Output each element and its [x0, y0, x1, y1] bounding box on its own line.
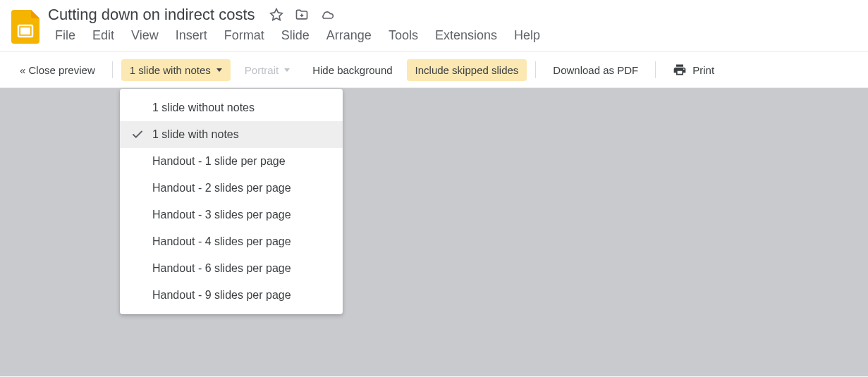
- menu-extensions[interactable]: Extensions: [428, 25, 504, 46]
- print-button[interactable]: Print: [664, 58, 723, 82]
- include-skipped-button[interactable]: Include skipped slides: [407, 59, 527, 81]
- check-icon: [131, 128, 152, 141]
- print-icon: [673, 63, 687, 77]
- layout-dropdown[interactable]: 1 slide with notes: [121, 59, 231, 81]
- layout-option[interactable]: Handout - 1 slide per page: [120, 148, 343, 175]
- chevron-down-icon: [284, 68, 290, 72]
- layout-option-label: Handout - 1 slide per page: [152, 155, 286, 168]
- chevron-down-icon: [216, 68, 222, 72]
- print-button-label: Print: [692, 64, 714, 76]
- divider: [655, 61, 656, 78]
- layout-option-label: 1 slide with notes: [152, 128, 239, 141]
- layout-option[interactable]: 1 slide with notes: [120, 121, 343, 148]
- star-icon[interactable]: [269, 8, 283, 22]
- menu-view[interactable]: View: [124, 25, 166, 46]
- layout-option-label: Handout - 9 slides per page: [152, 289, 291, 302]
- layout-option[interactable]: 1 slide without notes: [120, 94, 343, 121]
- document-title[interactable]: Cutting down on indirect costs: [48, 6, 255, 24]
- svg-rect-1: [20, 27, 30, 35]
- menu-tools[interactable]: Tools: [381, 25, 425, 46]
- menu-insert[interactable]: Insert: [169, 25, 214, 46]
- title-icons: [269, 8, 334, 22]
- layout-option-label: Handout - 6 slides per page: [152, 262, 291, 275]
- menu-edit[interactable]: Edit: [85, 25, 121, 46]
- download-pdf-button[interactable]: Download as PDF: [544, 59, 647, 81]
- divider: [535, 61, 536, 78]
- layout-option[interactable]: Handout - 9 slides per page: [120, 282, 343, 309]
- layout-dropdown-label: 1 slide with notes: [130, 64, 211, 76]
- layout-option-label: Handout - 3 slides per page: [152, 209, 291, 221]
- hide-background-button[interactable]: Hide background: [304, 59, 401, 81]
- cloud-status-icon[interactable]: [320, 8, 334, 22]
- divider: [112, 61, 113, 78]
- header-content: Cutting down on indirect costs File Edit…: [48, 6, 857, 51]
- orientation-dropdown[interactable]: Portrait: [236, 59, 298, 81]
- menu-slide[interactable]: Slide: [274, 25, 317, 46]
- layout-dropdown-menu: 1 slide without notes1 slide with notesH…: [120, 89, 343, 314]
- layout-option[interactable]: Handout - 4 slides per page: [120, 228, 343, 255]
- title-row: Cutting down on indirect costs: [48, 6, 857, 24]
- layout-option-label: 1 slide without notes: [152, 101, 255, 114]
- header: Cutting down on indirect costs File Edit…: [0, 0, 868, 51]
- layout-option[interactable]: Handout - 3 slides per page: [120, 202, 343, 228]
- layout-option[interactable]: Handout - 6 slides per page: [120, 255, 343, 282]
- layout-option[interactable]: Handout - 2 slides per page: [120, 175, 343, 202]
- layout-option-label: Handout - 2 slides per page: [152, 182, 291, 194]
- menu-file[interactable]: File: [48, 25, 82, 46]
- menu-bar: File Edit View Insert Format Slide Arran…: [48, 25, 857, 51]
- menu-arrange[interactable]: Arrange: [319, 25, 379, 46]
- print-preview-toolbar: « Close preview 1 slide with notes Portr…: [0, 51, 868, 88]
- orientation-dropdown-label: Portrait: [245, 64, 279, 76]
- menu-help[interactable]: Help: [507, 25, 547, 46]
- menu-format[interactable]: Format: [217, 25, 271, 46]
- slides-logo-icon: [11, 10, 39, 44]
- layout-option-label: Handout - 4 slides per page: [152, 235, 291, 248]
- move-folder-icon[interactable]: [295, 8, 309, 22]
- close-preview-button[interactable]: « Close preview: [11, 59, 104, 81]
